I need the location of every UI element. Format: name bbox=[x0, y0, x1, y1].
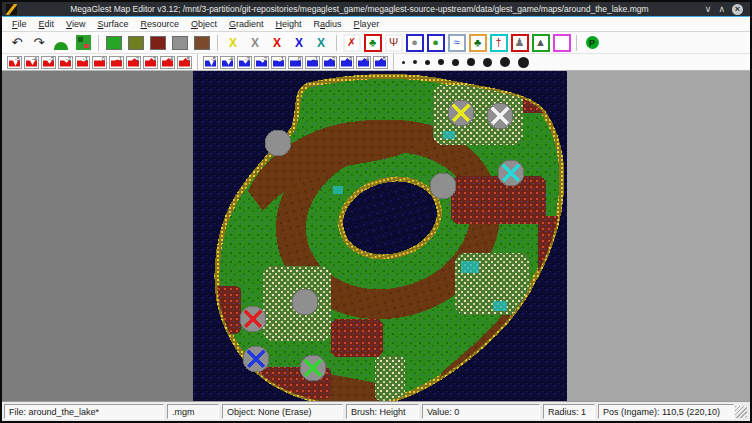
surface-secondary-grass-button[interactable] bbox=[126, 33, 146, 52]
toolbar-separator bbox=[576, 35, 577, 51]
minimize-button[interactable]: ∨ bbox=[705, 4, 712, 15]
object-bush-button[interactable]: ● bbox=[427, 34, 445, 52]
height-brush-3[interactable]: 3 bbox=[143, 56, 158, 69]
menu-file[interactable]: File bbox=[6, 18, 33, 30]
resource-custom1-button[interactable]: X bbox=[267, 33, 287, 52]
object-big-tree-button[interactable]: ♣ bbox=[469, 34, 487, 52]
surface-grass-button[interactable] bbox=[104, 33, 124, 52]
surface-ground-icon bbox=[194, 36, 210, 50]
radius-6-button[interactable] bbox=[467, 58, 475, 66]
radius-7-button[interactable] bbox=[483, 58, 492, 67]
menu-edit[interactable]: Edit bbox=[33, 18, 61, 30]
maximize-button[interactable]: ∧ bbox=[718, 4, 725, 15]
menu-player[interactable]: Player bbox=[348, 18, 386, 30]
hanged-icon: † bbox=[495, 36, 501, 48]
stone-icon: ● bbox=[411, 36, 418, 48]
object-mountain-button[interactable]: ▲ bbox=[532, 34, 550, 52]
object-invisible-button[interactable] bbox=[553, 34, 571, 52]
gradient-brush-2[interactable]: 2 bbox=[322, 56, 337, 69]
gradient-brush--1[interactable]: -1 bbox=[271, 56, 286, 69]
right-panel bbox=[567, 71, 750, 401]
surface-ground-button[interactable] bbox=[192, 33, 212, 52]
radius-4-button[interactable] bbox=[438, 59, 444, 65]
height-brush-0[interactable]: 0 bbox=[92, 56, 107, 69]
height-brush-4[interactable]: 4 bbox=[160, 56, 175, 69]
height-mode-button[interactable] bbox=[51, 33, 71, 52]
window-controls: ∨∧× bbox=[705, 4, 743, 15]
menu-height[interactable]: Height bbox=[270, 18, 308, 30]
brush-value-label: -2 bbox=[262, 56, 267, 62]
resource-gold-button[interactable]: X bbox=[223, 33, 243, 52]
gradient-brush-4[interactable]: 4 bbox=[356, 56, 371, 69]
radius-1-button[interactable] bbox=[402, 61, 405, 64]
close-button[interactable]: × bbox=[732, 4, 743, 15]
brush-value-label: -4 bbox=[228, 56, 233, 62]
resource-custom3-button[interactable]: X bbox=[311, 33, 331, 52]
status-pos: Pos (Ingame): 110,5 (220,10) bbox=[598, 404, 734, 419]
height-brush--3[interactable]: -3 bbox=[41, 56, 56, 69]
radius-8-button[interactable] bbox=[500, 57, 510, 67]
surface-road-button[interactable] bbox=[148, 33, 168, 52]
object-hanged-button[interactable]: † bbox=[490, 34, 508, 52]
surface-texture-icon bbox=[76, 35, 91, 50]
gradient-brush-5[interactable]: 5 bbox=[373, 56, 388, 69]
height-brush-2[interactable]: 2 bbox=[126, 56, 141, 69]
status-extension: .mgm bbox=[167, 404, 219, 419]
radius-5-button[interactable] bbox=[452, 59, 459, 66]
statue-icon: ♟ bbox=[515, 36, 525, 48]
brush-value-label: 4 bbox=[170, 56, 173, 62]
menu-object[interactable]: Object bbox=[185, 18, 223, 30]
erase-object-icon: ✗ bbox=[347, 36, 356, 48]
undo-arrow-icon: ↶ bbox=[12, 35, 23, 50]
menu-gradient[interactable]: Gradient bbox=[223, 18, 270, 30]
player-icon: P bbox=[586, 36, 599, 49]
brush-value-label: 5 bbox=[187, 56, 190, 62]
resource-custom2-button[interactable]: X bbox=[289, 33, 309, 52]
gradient-brush--4[interactable]: -4 bbox=[220, 56, 235, 69]
surface-mode-button[interactable] bbox=[73, 33, 93, 52]
status-radius: Radius: 1 bbox=[543, 404, 595, 419]
resize-grip-icon[interactable] bbox=[735, 406, 747, 418]
object-water-object-button[interactable]: ≈ bbox=[448, 34, 466, 52]
player-button[interactable]: P bbox=[582, 33, 602, 52]
gradient-brush-0[interactable]: 0 bbox=[288, 56, 303, 69]
menu-resource[interactable]: Resource bbox=[134, 18, 185, 30]
object-erase-button[interactable]: ✗ bbox=[343, 34, 361, 52]
menu-surface[interactable]: Surface bbox=[91, 18, 134, 30]
height-brush-5[interactable]: 5 bbox=[177, 56, 192, 69]
gradient-brush--5[interactable]: -5 bbox=[203, 56, 218, 69]
menu-view[interactable]: View bbox=[60, 18, 91, 30]
object-statue-button[interactable]: ♟ bbox=[511, 34, 529, 52]
object-tree-button[interactable]: ♣ bbox=[364, 34, 382, 52]
radius-2-button[interactable] bbox=[413, 60, 417, 64]
brush-toolbar: -5-4-3-2-1012345-5-4-3-2-1012345 bbox=[2, 54, 750, 71]
height-brush--2[interactable]: -2 bbox=[58, 56, 73, 69]
gradient-brush--3[interactable]: -3 bbox=[237, 56, 252, 69]
water-object-icon: ≈ bbox=[453, 36, 459, 48]
radius-9-button[interactable] bbox=[518, 57, 529, 68]
surface-grass-icon bbox=[106, 36, 122, 50]
redo-button[interactable]: ↷ bbox=[29, 33, 49, 52]
height-brush--5[interactable]: -5 bbox=[7, 56, 22, 69]
brush-value-label: -5 bbox=[15, 56, 20, 62]
gradient-brush--2[interactable]: -2 bbox=[254, 56, 269, 69]
resource-stone-button[interactable]: X bbox=[245, 33, 265, 52]
object-stone-button[interactable]: ● bbox=[406, 34, 424, 52]
big-tree-icon: ♣ bbox=[474, 36, 481, 48]
gradient-brush-1[interactable]: 1 bbox=[305, 56, 320, 69]
brush-value-label: -1 bbox=[279, 56, 284, 62]
height-brush-1[interactable]: 1 bbox=[109, 56, 124, 69]
surface-stone-button[interactable] bbox=[170, 33, 190, 52]
map-canvas[interactable] bbox=[193, 71, 567, 401]
toolbar-separator bbox=[98, 35, 99, 51]
radius-3-button[interactable] bbox=[425, 60, 430, 65]
height-brush--1[interactable]: -1 bbox=[75, 56, 90, 69]
height-brush--4[interactable]: -4 bbox=[24, 56, 39, 69]
object-dead-tree-button[interactable]: Ψ bbox=[385, 34, 403, 52]
left-panel bbox=[2, 71, 193, 401]
window-title: MegaGlest Map Editor v3.12; /mnt/3-parti… bbox=[21, 4, 698, 14]
menu-radius[interactable]: Radius bbox=[308, 18, 348, 30]
gradient-brush-3[interactable]: 3 bbox=[339, 56, 354, 69]
undo-button[interactable]: ↶ bbox=[7, 33, 27, 52]
brush-value-label: 4 bbox=[366, 56, 369, 62]
